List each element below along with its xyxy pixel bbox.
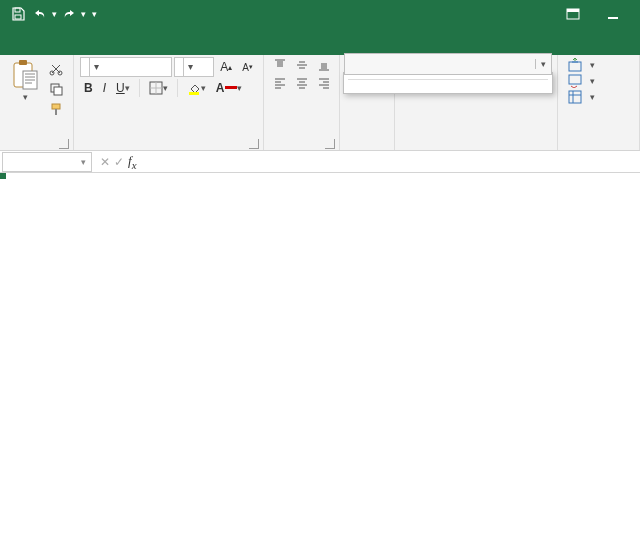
fill-color-icon[interactable]: ▾ (183, 79, 210, 97)
name-box[interactable]: ▾ (2, 152, 92, 172)
title-bar: ▾ ▾ ▾ (0, 0, 640, 28)
align-top-icon[interactable] (270, 57, 290, 73)
number-format-input[interactable] (345, 54, 535, 74)
svg-rect-0 (15, 8, 20, 12)
svg-rect-11 (54, 87, 62, 95)
svg-rect-24 (569, 91, 581, 103)
format-painter-icon[interactable] (45, 100, 67, 118)
font-color-icon[interactable]: A▾ (212, 79, 247, 97)
number-format-combo[interactable]: ▾ (344, 53, 552, 75)
number-format-dropdown: ▾ (343, 72, 553, 94)
more-number-formats[interactable] (344, 82, 552, 89)
svg-rect-13 (55, 109, 57, 115)
group-cells: ▾ ▾ ▾ (558, 55, 640, 150)
redo-icon[interactable] (59, 4, 79, 24)
svg-rect-15 (189, 92, 199, 95)
grow-font-icon[interactable]: A▴ (216, 58, 236, 76)
group-alignment (264, 55, 340, 150)
undo-dd[interactable]: ▾ (52, 9, 57, 19)
svg-rect-23 (569, 75, 581, 84)
cancel-formula-icon[interactable]: ✕ (100, 155, 110, 169)
svg-rect-12 (52, 104, 60, 109)
svg-rect-4 (608, 17, 618, 19)
ribbon-tabs (0, 28, 640, 55)
group-font: ▾ ▾ A▴ A▾ B I U ▾ ▾ ▾ A▾ (74, 55, 264, 150)
svg-rect-3 (567, 9, 579, 12)
qat-customize-icon[interactable]: ▾ (88, 9, 100, 19)
undo-icon[interactable] (30, 4, 50, 24)
copy-icon[interactable] (45, 80, 67, 98)
svg-rect-16 (225, 86, 237, 89)
alignment-dialog[interactable] (325, 139, 335, 149)
fx-icon[interactable]: fx (128, 153, 136, 171)
format-cells-button[interactable]: ▾ (564, 89, 633, 105)
font-size-combo[interactable]: ▾ (174, 57, 214, 77)
font-dialog[interactable] (249, 139, 259, 149)
insert-cells-button[interactable]: ▾ (564, 57, 633, 73)
formula-bar: ▾ ✕ ✓ fx (0, 151, 640, 173)
italic-button[interactable]: I (99, 79, 110, 97)
align-bottom-icon[interactable] (314, 57, 334, 73)
align-middle-icon[interactable] (292, 57, 312, 73)
enter-formula-icon[interactable]: ✓ (114, 155, 124, 169)
save-icon[interactable] (8, 4, 28, 24)
bold-button[interactable]: B (80, 79, 97, 97)
borders-icon[interactable]: ▾ (145, 79, 172, 97)
redo-dd[interactable]: ▾ (81, 9, 86, 19)
svg-rect-1 (15, 15, 21, 19)
align-right-icon[interactable] (314, 75, 334, 91)
minimize-icon[interactable] (598, 0, 628, 28)
font-name-combo[interactable]: ▾ (80, 57, 172, 77)
cut-icon[interactable] (45, 60, 67, 78)
quick-access-toolbar: ▾ ▾ ▾ (0, 4, 100, 24)
underline-button[interactable]: U ▾ (112, 79, 134, 97)
svg-rect-6 (19, 60, 27, 65)
clipboard-dialog[interactable] (59, 139, 69, 149)
formula-input[interactable] (142, 152, 640, 172)
align-left-icon[interactable] (270, 75, 290, 91)
shrink-font-icon[interactable]: A▾ (238, 60, 257, 75)
group-clipboard: ▾ (0, 55, 74, 150)
ribbon-display-options-icon[interactable] (558, 0, 588, 28)
number-format-dd-icon[interactable]: ▾ (535, 59, 551, 69)
paste-button[interactable]: ▾ (6, 57, 43, 118)
align-center-icon[interactable] (292, 75, 312, 91)
delete-cells-button[interactable]: ▾ (564, 73, 633, 89)
svg-rect-22 (569, 62, 581, 71)
